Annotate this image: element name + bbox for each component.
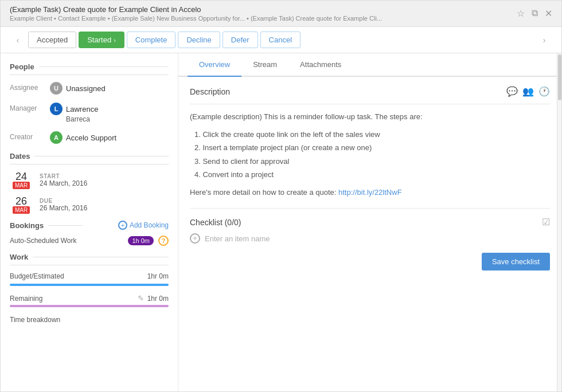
scrollbar-thumb[interactable] bbox=[558, 54, 561, 100]
due-day: 26 bbox=[15, 196, 27, 206]
decline-button[interactable]: Decline bbox=[178, 32, 220, 48]
checklist-icon[interactable]: ☑ bbox=[542, 217, 550, 228]
auto-scheduled-row: Auto-Scheduled Work 1h 0m ? bbox=[10, 236, 169, 246]
checklist-input-row[interactable]: + Enter an item name bbox=[190, 233, 550, 244]
auto-scheduled-badge: 1h 0m bbox=[128, 236, 154, 245]
accepted-button[interactable]: Accepted bbox=[28, 32, 76, 48]
save-checklist-container: Save checklist bbox=[190, 253, 550, 271]
step-1: 1. Click the create quote link on the le… bbox=[194, 128, 550, 141]
due-date-box: 26 Mar bbox=[10, 196, 33, 214]
cancel-button[interactable]: Cancel bbox=[260, 32, 300, 48]
next-arrow[interactable]: › bbox=[536, 32, 552, 48]
plus-circle-icon: + bbox=[190, 233, 200, 244]
checklist-label: Checklist (0/0) bbox=[190, 218, 241, 227]
budget-row: Budget/Estimated 1hr 0m bbox=[10, 272, 169, 280]
title-bar-left: (Example Task) Create quote for Example … bbox=[10, 5, 382, 22]
chevron-right-icon: › bbox=[114, 37, 116, 44]
star-icon[interactable]: ☆ bbox=[517, 8, 525, 19]
clock-icon[interactable]: 🕐 bbox=[538, 86, 550, 97]
creator-row: Creator A Accelo Support bbox=[10, 131, 169, 144]
tab-stream[interactable]: Stream bbox=[241, 53, 288, 77]
creator-name: Accelo Support bbox=[66, 134, 116, 142]
external-link-icon[interactable]: ⧉ bbox=[532, 8, 538, 19]
tab-content-overview: Description 💬 👥 🕐 (Example description) … bbox=[178, 77, 561, 391]
left-panel: People Assignee U Unassigned Manager L L… bbox=[1, 53, 178, 391]
bookings-title: Bookings bbox=[10, 221, 44, 230]
main-content: People Assignee U Unassigned Manager L L… bbox=[1, 53, 561, 391]
comment-icon[interactable]: 💬 bbox=[506, 86, 518, 97]
start-day: 24 bbox=[15, 171, 27, 182]
toolbar: ‹ Accepted Started › Complete Decline De… bbox=[1, 27, 561, 53]
start-date-box: 24 Mar bbox=[10, 171, 33, 189]
budget-value: 1hr 0m bbox=[147, 272, 169, 280]
title-bar: (Example Task) Create quote for Example … bbox=[1, 1, 561, 27]
complete-button[interactable]: Complete bbox=[127, 32, 176, 48]
start-label: START bbox=[40, 173, 87, 179]
tab-attachments[interactable]: Attachments bbox=[288, 53, 353, 77]
assignee-value: U Unassigned bbox=[50, 82, 169, 95]
prev-arrow[interactable]: ‹ bbox=[10, 32, 26, 48]
window-title: (Example Task) Create quote for Example … bbox=[10, 5, 382, 14]
users-icon[interactable]: 👥 bbox=[522, 86, 534, 97]
scrollbar-track[interactable] bbox=[557, 53, 561, 391]
tabs: Overview Stream Attachments bbox=[178, 53, 561, 77]
assignee-row: Assignee U Unassigned bbox=[10, 82, 169, 95]
description-header: Description 💬 👥 🕐 bbox=[190, 86, 550, 97]
help-icon[interactable]: ? bbox=[158, 236, 169, 246]
start-date-text: 24 March, 2016 bbox=[40, 179, 87, 187]
save-checklist-button[interactable]: Save checklist bbox=[482, 253, 550, 271]
time-breakdown-label: Time breakdown bbox=[10, 316, 60, 324]
defer-button[interactable]: Defer bbox=[223, 32, 258, 48]
creator-value: A Accelo Support bbox=[50, 131, 169, 144]
right-panel-wrapper: Overview Stream Attachments Description … bbox=[178, 53, 561, 391]
add-booking-label: Add Booking bbox=[130, 221, 169, 229]
start-month: Mar bbox=[13, 182, 30, 189]
checklist-placeholder: Enter an item name bbox=[205, 234, 270, 243]
budget-progress-bar bbox=[10, 284, 169, 286]
description-label: Description bbox=[190, 87, 230, 96]
assignee-avatar: U bbox=[50, 82, 63, 95]
description-intro: (Example description) This is a reminder… bbox=[190, 111, 550, 123]
manager-row: Manager L Lawrence Barreca bbox=[10, 103, 169, 123]
description-link-intro: Here's more detail on how to create a qu… bbox=[190, 187, 550, 199]
manager-value: L Lawrence Barreca bbox=[50, 103, 169, 123]
add-booking-button[interactable]: + Add Booking bbox=[118, 221, 169, 230]
start-date-row: 24 Mar START 24 March, 2016 bbox=[10, 171, 169, 189]
breadcrumb: Example Client • Contact Example • (Exam… bbox=[10, 15, 382, 22]
due-month: Mar bbox=[13, 206, 30, 214]
close-icon[interactable]: ✕ bbox=[545, 8, 552, 19]
time-breakdown-row: Time breakdown bbox=[10, 315, 169, 324]
creator-avatar: A bbox=[50, 131, 63, 144]
remaining-label: Remaining bbox=[10, 295, 42, 303]
checklist-header: Checklist (0/0) ☑ bbox=[190, 208, 550, 228]
step-3: 3. Send to client for approval bbox=[194, 155, 550, 168]
remaining-value: 1hr 0m bbox=[147, 295, 169, 303]
tab-overview[interactable]: Overview bbox=[188, 53, 241, 77]
description-steps: 1. Click the create quote link on the le… bbox=[194, 128, 550, 182]
right-panel: Overview Stream Attachments Description … bbox=[178, 53, 561, 391]
work-section-title: Work bbox=[10, 253, 169, 265]
due-date-text: 26 March, 2016 bbox=[40, 204, 87, 212]
auto-scheduled-label: Auto-Scheduled Work bbox=[10, 237, 77, 245]
step-2: 2. Insert a template project plan (or cr… bbox=[194, 141, 550, 154]
remaining-progress-bar bbox=[10, 305, 169, 307]
edit-icon[interactable]: ✎ bbox=[138, 294, 144, 303]
description-actions: 💬 👥 🕐 bbox=[506, 86, 550, 97]
assignee-label: Assignee bbox=[10, 82, 50, 92]
step-4: 4. Convert into a project bbox=[194, 168, 550, 181]
people-section-title: People bbox=[10, 62, 169, 75]
started-button[interactable]: Started › bbox=[79, 32, 124, 48]
manager-name: Lawrence bbox=[66, 105, 98, 113]
bookings-header: Bookings + Add Booking bbox=[10, 221, 169, 230]
manager-avatar: L bbox=[50, 103, 63, 115]
add-booking-circle-icon: + bbox=[118, 221, 127, 230]
creator-label: Creator bbox=[10, 131, 50, 141]
manager-label: Manager bbox=[10, 103, 50, 112]
manager-surname: Barreca bbox=[66, 115, 98, 123]
remaining-row: Remaining ✎ 1hr 0m bbox=[10, 294, 169, 303]
due-date-row: 26 Mar DUE 26 March, 2016 bbox=[10, 196, 169, 214]
budget-label: Budget/Estimated bbox=[10, 272, 64, 280]
due-label: DUE bbox=[40, 198, 87, 204]
description-link[interactable]: http://bit.ly/22ltNwF bbox=[338, 188, 402, 197]
assignee-name: Unassigned bbox=[66, 84, 106, 93]
